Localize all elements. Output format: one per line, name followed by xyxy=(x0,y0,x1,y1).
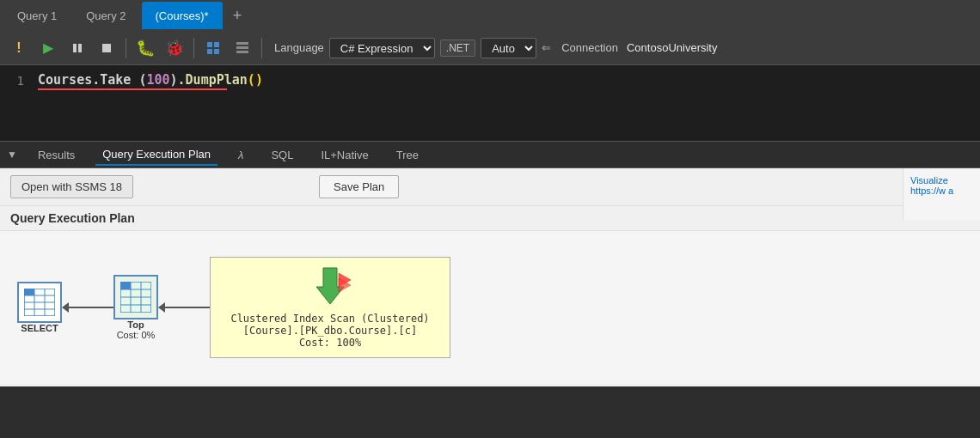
code-close-paren: ) xyxy=(255,72,263,88)
connection-arrow-icon: ⇐ xyxy=(542,41,551,54)
arrow1-head xyxy=(62,302,69,313)
code-number: 100 xyxy=(146,72,169,88)
svg-rect-1 xyxy=(78,44,82,52)
svg-rect-6 xyxy=(214,49,219,54)
tab-il-native[interactable]: IL+Native xyxy=(314,145,375,165)
plan-canvas: SELECT Top Cost: 0% xyxy=(0,231,980,384)
arrow1 xyxy=(62,302,113,313)
separator1 xyxy=(126,38,126,58)
dotnet-label: .NET xyxy=(440,40,475,57)
clustered-node-line1: Clustered Index Scan (Clustered) xyxy=(224,313,436,325)
arrow2-head xyxy=(158,302,165,313)
tab-add-button[interactable]: + xyxy=(224,3,251,28)
tab-sql[interactable]: SQL xyxy=(264,145,300,165)
bug1-button[interactable]: 🐛 xyxy=(133,36,157,60)
clustered-icon-container xyxy=(224,266,436,306)
svg-rect-23 xyxy=(120,282,131,289)
select-node-label: SELECT xyxy=(21,323,58,333)
tab-tree[interactable]: Tree xyxy=(389,145,426,165)
svg-rect-16 xyxy=(24,289,34,295)
tab-results[interactable]: Results xyxy=(31,145,82,165)
line-number: 1 xyxy=(10,72,24,88)
grid1-button[interactable] xyxy=(201,36,225,60)
clustered-node-line3: Cost: 100% xyxy=(224,337,436,349)
connection-label: Connection xyxy=(561,41,618,54)
code-line: Courses.Take (100).DumpPlan() xyxy=(38,72,263,90)
top-node: Top Cost: 0% xyxy=(113,275,158,340)
arrow2 xyxy=(158,302,210,313)
toolbar: ! ▶ 🐛 🐞 Language C# Expression .NET Auto… xyxy=(0,31,980,65)
code-editor[interactable]: 1 Courses.Take (100).DumpPlan() xyxy=(0,65,980,141)
play-button[interactable]: ▶ xyxy=(36,36,60,60)
grid2-button[interactable] xyxy=(230,36,254,60)
svg-rect-5 xyxy=(207,49,212,54)
svg-rect-9 xyxy=(236,51,248,53)
tab-query-execution-plan[interactable]: Query Execution Plan xyxy=(95,144,217,166)
code-dumpplan: ). xyxy=(170,72,186,88)
clustered-index-node: Clustered Index Scan (Clustered) [Course… xyxy=(210,257,450,358)
auto-select[interactable]: Auto xyxy=(481,38,536,58)
top-node-label: Top xyxy=(127,319,144,330)
collapse-arrow[interactable]: ▼ xyxy=(7,149,17,161)
language-label: Language xyxy=(274,41,324,54)
svg-rect-3 xyxy=(207,42,212,47)
open-ssms-button[interactable]: Open with SSMS 18 xyxy=(10,175,133,198)
tab-lambda[interactable]: λ xyxy=(231,145,250,165)
separator2 xyxy=(193,38,194,58)
separator3 xyxy=(261,38,262,58)
results-lower: Open with SSMS 18 Save Plan Visualize ht… xyxy=(0,168,980,386)
top-node-cost: Cost: 0% xyxy=(117,330,156,340)
tab-query2[interactable]: Query 2 xyxy=(72,2,139,29)
arrow1-line xyxy=(69,307,113,308)
clustered-node-line2: [Course].[PK_dbo.Course].[c] xyxy=(224,325,436,337)
bug2-button[interactable]: 🐞 xyxy=(162,36,187,60)
plan-title: Query Execution Plan xyxy=(0,206,980,231)
visualize-panel: Visualize https://w a xyxy=(903,168,980,220)
code-courses: Courses.Take ( xyxy=(38,72,146,88)
svg-rect-0 xyxy=(73,44,77,52)
clustered-index-icon xyxy=(308,266,352,306)
error-underline xyxy=(38,88,227,90)
svg-rect-7 xyxy=(236,42,248,45)
pause-button[interactable] xyxy=(65,36,89,60)
select-node-icon xyxy=(17,282,62,323)
select-node: SELECT xyxy=(17,282,62,333)
svg-rect-2 xyxy=(102,44,111,52)
svg-rect-4 xyxy=(214,42,219,47)
top-node-icon xyxy=(113,275,158,319)
tab-courses[interactable]: (Courses)* xyxy=(142,2,223,29)
code-open-paren: ( xyxy=(248,72,255,88)
tab-bar: Query 1 Query 2 (Courses)* + xyxy=(0,0,980,31)
code-method: DumpPlan xyxy=(186,72,248,88)
stop-button[interactable] xyxy=(95,36,119,60)
connection-name: ContosoUniversity xyxy=(627,41,718,54)
arrow2-line xyxy=(165,307,210,308)
tab-query1[interactable]: Query 1 xyxy=(3,2,70,29)
results-bar: ▼ Results Query Execution Plan λ SQL IL+… xyxy=(0,141,980,168)
plan-toolbar: Open with SSMS 18 Save Plan xyxy=(0,168,980,206)
save-plan-button[interactable]: Save Plan xyxy=(319,175,399,198)
svg-rect-8 xyxy=(236,46,248,49)
exclamation-button[interactable]: ! xyxy=(7,36,31,60)
language-select[interactable]: C# Expression xyxy=(329,38,435,58)
